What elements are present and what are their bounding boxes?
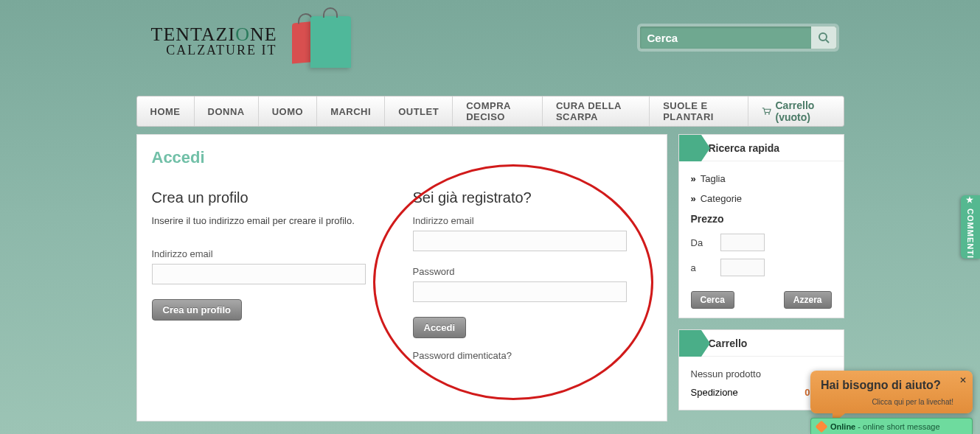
create-profile-button[interactable]: Crea un profilo [152, 299, 242, 321]
login-button[interactable]: Accedi [413, 317, 467, 338]
arrow-icon [679, 330, 701, 357]
create-email-input[interactable] [152, 264, 366, 284]
search-button[interactable] [811, 27, 836, 49]
chat-status-icon [816, 420, 828, 433]
cart-title: Carrello [709, 337, 748, 349]
nav-suole-plantari[interactable]: SUOLE E PLANTARI [650, 97, 748, 126]
nav-cura-scarpa[interactable]: CURA DELLA SCARPA [543, 97, 650, 126]
price-heading: Prezzo [679, 209, 844, 229]
arrow-icon [679, 135, 701, 161]
create-description: Inserire il tuo indirizzo email per crea… [152, 215, 391, 226]
nav-outlet[interactable]: OUTLET [385, 97, 453, 126]
create-email-label: Indirizzo email [152, 248, 391, 259]
create-profile-column: Crea un profilo Inserire il tuo indirizz… [152, 189, 391, 361]
shopping-bags-icon [292, 7, 358, 74]
nav-uomo[interactable]: UOMO [259, 97, 317, 126]
help-bubble-subtitle: Clicca qui per la livechat! [821, 398, 953, 406]
page-title: Accedi [152, 148, 652, 167]
svg-point-2 [765, 113, 766, 114]
logo-sub-text: CALZATURE IT [151, 43, 277, 58]
nav-cart-label: Carrello (vuoto) [776, 99, 830, 123]
cart-shipping-label: Spedizione [691, 387, 738, 398]
quick-search-block: Ricerca rapida » Taglia » Categorie Prez… [678, 134, 844, 318]
sidebar-item-categorie[interactable]: » Categorie [679, 189, 844, 209]
logo[interactable]: TENTAZIONE CALZATURE IT [151, 7, 358, 74]
livechat-bar[interactable]: Online - online short message [810, 418, 973, 434]
login-email-label: Indirizzo email [413, 215, 652, 226]
login-password-label: Password [413, 266, 652, 277]
svg-point-3 [768, 113, 770, 114]
chat-status-label: Online [830, 422, 855, 431]
sidebar-item-taglia[interactable]: » Taglia [679, 169, 844, 189]
nav-donna[interactable]: DONNA [195, 97, 259, 126]
nav-cart[interactable]: Carrello (vuoto) [748, 97, 844, 126]
help-bubble[interactable]: ✕ Hai bisogno di aiuto? Clicca qui per l… [810, 371, 973, 413]
svg-point-0 [819, 33, 827, 41]
cart-header: Carrello [679, 330, 844, 357]
login-email-input[interactable] [413, 231, 627, 251]
nav-compra-deciso[interactable]: COMPRA DECISO [453, 97, 543, 126]
nav-home[interactable]: HOME [137, 97, 195, 126]
price-to-input[interactable] [720, 259, 765, 276]
comments-tab[interactable]: ★ COMMENTI [961, 195, 980, 259]
cart-icon [762, 106, 771, 116]
forgot-password-link[interactable]: Password dimenticata? [413, 350, 652, 361]
price-from-input[interactable] [720, 234, 765, 251]
content-panel: Accedi Crea un profilo Inserire il tuo i… [136, 134, 667, 421]
create-heading: Crea un profilo [152, 189, 391, 206]
price-to-label: a [691, 262, 720, 273]
price-from-label: Da [691, 237, 720, 248]
search-box [639, 26, 837, 49]
quick-search-header: Ricerca rapida [679, 135, 844, 161]
main-nav: HOME DONNA UOMO MARCHI OUTLET COMPRA DEC… [136, 96, 844, 127]
search-input[interactable] [640, 27, 811, 49]
sidebar-item-label: Categorie [701, 193, 742, 204]
quick-search-title: Ricerca rapida [709, 142, 780, 154]
login-column: Sei già registrato? Indirizzo email Pass… [413, 189, 652, 361]
login-password-input[interactable] [413, 281, 627, 302]
search-icon [818, 32, 830, 43]
price-reset-button[interactable]: Azzera [784, 291, 832, 309]
price-search-button[interactable]: Cerca [691, 291, 734, 309]
close-icon[interactable]: ✕ [959, 375, 967, 385]
header: TENTAZIONE CALZATURE IT [136, 0, 844, 96]
chevron-right-icon: » [691, 173, 696, 184]
login-heading: Sei già registrato? [413, 189, 652, 206]
svg-line-1 [826, 40, 829, 43]
chat-status-text: - online short message [855, 422, 939, 431]
nav-marchi[interactable]: MARCHI [317, 97, 385, 126]
chevron-right-icon: » [691, 193, 696, 204]
help-bubble-title: Hai bisogno di aiuto? [821, 378, 953, 392]
sidebar-item-label: Taglia [701, 173, 726, 184]
